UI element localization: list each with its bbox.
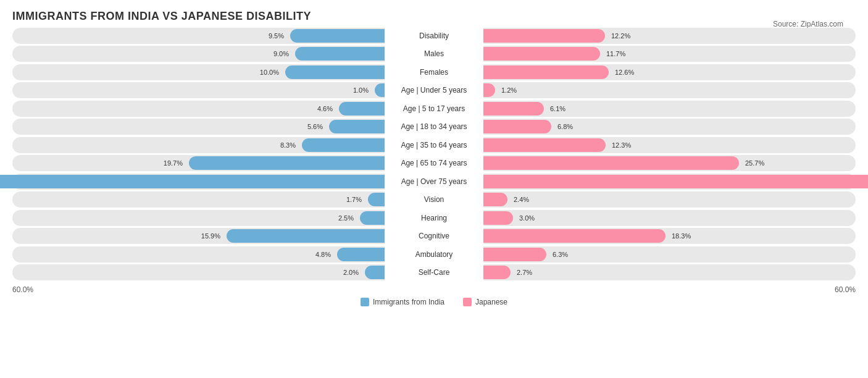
legend-item-blue: Immigrants from India (361, 298, 444, 306)
pink-bar (483, 211, 513, 225)
legend-swatch-blue (361, 298, 369, 306)
left-side: 45.2% (12, 174, 385, 190)
right-side: 3.0% (483, 210, 856, 226)
bar-row: 1.7% Vision 2.4% (12, 191, 856, 208)
right-value: 6.1% (550, 105, 565, 112)
bar-row: 45.2% Age | Over 75 years 50.2% (12, 174, 856, 190)
legend-label-blue: Immigrants from India (373, 298, 444, 306)
left-value: 2.5% (338, 214, 354, 222)
right-side: 12.3% (483, 137, 856, 153)
left-value: 19.7% (164, 159, 183, 167)
right-value: 3.0% (519, 214, 535, 222)
center-label: Hearing (385, 212, 483, 224)
right-value: 25.7% (745, 159, 764, 167)
chart-area: 9.5% Disability 12.2% 9.0% Males 11.7% 1… (12, 25, 856, 306)
pink-bar (483, 175, 868, 188)
bar-row: 19.7% Age | 65 to 74 years 25.7% (12, 155, 856, 171)
center-label: Age | Under 5 years (385, 85, 483, 96)
left-side: 2.0% (12, 264, 385, 280)
center-label: Age | 65 to 74 years (385, 158, 483, 169)
bar-row: 9.5% Disability 12.2% (12, 28, 856, 44)
center-label: Ambulatory (385, 249, 483, 260)
legend-swatch-pink (463, 298, 472, 306)
right-value: 11.7% (606, 50, 625, 57)
axis-row: 60.0% 60.0% (12, 285, 856, 294)
bar-row: 4.8% Ambulatory 6.3% (12, 246, 856, 262)
left-value: 1.7% (346, 196, 362, 203)
pink-bar (483, 65, 609, 79)
bar-row: 8.3% Age | 35 to 64 years 12.3% (12, 137, 856, 153)
blue-bar (290, 29, 385, 43)
pink-bar (483, 248, 546, 261)
left-side: 9.5% (12, 28, 385, 44)
right-value: 12.2% (611, 32, 630, 40)
right-side: 6.8% (483, 119, 856, 135)
center-label: Age | Over 75 years (385, 176, 483, 187)
bar-row: 10.0% Females 12.6% (12, 64, 856, 80)
left-value: 4.6% (317, 105, 333, 112)
center-label: Age | 5 to 17 years (385, 103, 483, 114)
pink-bar (483, 83, 495, 97)
right-side: 50.2% (483, 174, 856, 190)
left-side: 19.7% (12, 155, 385, 171)
blue-bar (227, 229, 385, 243)
right-value: 2.7% (517, 269, 532, 276)
pink-bar (483, 47, 600, 61)
blue-bar (337, 248, 385, 261)
right-value: 12.3% (612, 141, 631, 149)
center-label: Males (385, 48, 483, 59)
center-label: Age | 18 to 34 years (385, 121, 483, 132)
blue-bar (329, 120, 385, 133)
blue-bar (189, 156, 385, 170)
blue-bar (360, 211, 385, 225)
pink-bar (483, 266, 511, 279)
left-side: 10.0% (12, 64, 385, 80)
left-value: 9.0% (273, 50, 289, 57)
right-side: 25.7% (483, 155, 856, 171)
pink-bar (483, 229, 666, 243)
right-side: 12.6% (483, 64, 856, 80)
left-side: 4.6% (12, 101, 385, 117)
blue-bar (368, 193, 385, 206)
left-side: 1.0% (12, 82, 385, 98)
pink-bar (483, 102, 544, 116)
blue-bar (375, 83, 385, 97)
right-side: 18.3% (483, 228, 856, 244)
right-value: 18.3% (672, 232, 691, 240)
center-label: Cognitive (385, 230, 483, 242)
bar-row: 5.6% Age | 18 to 34 years 6.8% (12, 119, 856, 135)
left-value: 15.9% (201, 232, 220, 240)
blue-bar (0, 175, 385, 188)
pink-bar (483, 29, 605, 43)
axis-right-label: 60.0% (483, 285, 856, 294)
legend: Immigrants from India Japanese (12, 298, 856, 306)
right-value: 1.2% (501, 86, 517, 94)
right-value: 6.8% (557, 123, 573, 130)
blue-bar (365, 266, 385, 279)
center-label: Disability (385, 30, 483, 41)
bar-row: 9.0% Males 11.7% (12, 46, 856, 62)
right-side: 6.1% (483, 101, 856, 117)
legend-label-pink: Japanese (475, 298, 507, 306)
left-side: 2.5% (12, 210, 385, 226)
left-value: 2.0% (343, 269, 359, 276)
center-label: Self-Care (385, 267, 483, 278)
pink-bar (483, 193, 507, 206)
pink-bar (483, 120, 551, 133)
bars-container: 9.5% Disability 12.2% 9.0% Males 11.7% 1… (12, 25, 856, 283)
left-value: 4.8% (315, 251, 331, 258)
right-value: 2.4% (514, 196, 529, 203)
blue-bar (339, 102, 385, 116)
left-value: 8.3% (280, 141, 296, 149)
right-side: 6.3% (483, 246, 856, 262)
pink-bar (483, 138, 606, 152)
right-value: 12.6% (615, 69, 634, 76)
legend-item-pink: Japanese (463, 298, 507, 306)
bar-row: 15.9% Cognitive 18.3% (12, 228, 856, 244)
left-side: 4.8% (12, 246, 385, 262)
left-side: 8.3% (12, 137, 385, 153)
pink-bar (483, 156, 739, 170)
center-label: Vision (385, 194, 483, 205)
left-value: 5.6% (307, 123, 323, 130)
chart-title: IMMIGRANTS FROM INDIA VS JAPANESE DISABI… (12, 10, 856, 23)
